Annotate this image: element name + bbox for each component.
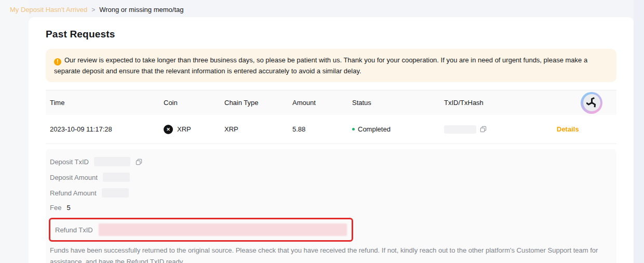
review-notice-banner: !Our review is expected to take longer t… [46,49,616,82]
refund-amount-label: Refund Amount [50,189,97,197]
xrp-coin-icon: ✕ [164,125,173,134]
breadcrumb-current: Wrong or missing memo/tag [99,6,183,14]
status-dot-icon [352,128,355,130]
deposit-txid-redacted-value [94,157,130,166]
refund-txid-highlight-box: Refund TxID [49,218,353,242]
table-header: Time Coin Chain Type Amount Status TxID/… [46,90,616,115]
col-header-chain-type: Chain Type [224,99,292,107]
table-row: 2023-10-09 11:17:28 ✕ XRP XRP 5.88 Compl… [46,115,616,144]
row-coin-label: XRP [177,125,191,133]
row-txid [444,125,535,134]
deposit-amount-label: Deposit Amount [50,174,98,181]
row-status: Completed [352,125,444,133]
refund-footnote: Funds have been successfully returned to… [50,245,612,263]
col-header-amount: Amount [292,99,352,107]
col-header-status: Status [352,99,444,107]
copy-icon[interactable] [480,126,487,133]
past-requests-card: Past Requests !Our review is expected to… [29,17,634,263]
deposit-amount-row: Deposit Amount [50,173,612,182]
fee-label: Fee [50,204,61,212]
row-time: 2023-10-09 11:17:28 [50,125,164,133]
breadcrumb-parent-link[interactable]: My Deposit Hasn't Arrived [10,6,87,14]
refund-txid-label: Refund TxID [55,226,93,234]
row-status-label: Completed [358,125,391,133]
deposit-txid-row: Deposit TxID [50,157,612,166]
page-title: Past Requests [46,29,616,40]
refund-txid-redacted-value [99,223,347,236]
request-details-panel: Deposit TxID Deposit Amount Refund Amoun… [46,149,616,263]
row-chain-type: XRP [224,125,292,133]
col-header-txid: TxID/TxHash [444,99,535,107]
details-link[interactable]: Details [557,125,612,133]
notice-text: Our review is expected to take longer th… [54,56,587,75]
warning-icon: ! [54,58,61,65]
fee-value: 5 [66,204,70,212]
trident-logo-icon [583,94,600,111]
deposit-txid-label: Deposit TxID [50,158,89,166]
row-coin: ✕ XRP [164,125,224,134]
copy-icon[interactable] [136,159,142,165]
deposit-amount-redacted-value [103,173,130,182]
breadcrumb-separator: > [91,6,95,14]
trident-logo-badge [581,92,602,114]
refund-amount-redacted-value [102,188,129,198]
row-amount: 5.88 [292,125,352,133]
col-header-time: Time [50,99,164,107]
refund-amount-row: Refund Amount [50,188,612,198]
fee-row: Fee 5 [50,204,612,212]
breadcrumb: My Deposit Hasn't Arrived > Wrong or mis… [10,6,184,14]
txid-redacted-value [444,125,476,134]
col-header-coin: Coin [164,99,224,107]
